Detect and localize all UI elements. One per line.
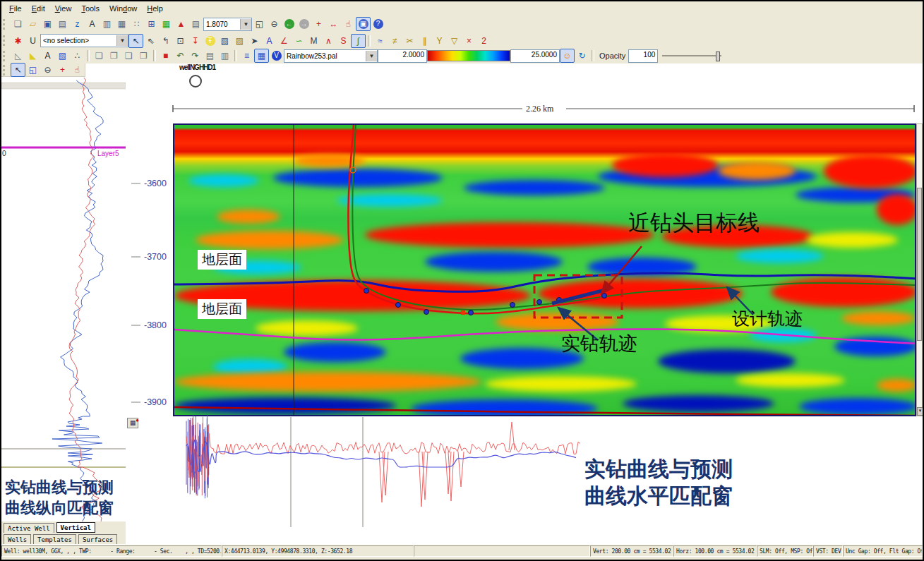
fit-screen-icon[interactable]: +	[311, 17, 326, 31]
export-z-icon[interactable]: z	[70, 17, 85, 31]
section-panels-icon[interactable]: ▦	[114, 17, 129, 31]
flatten-t-icon[interactable]: ≠	[388, 34, 402, 48]
new-document-icon[interactable]: ❏	[11, 17, 25, 31]
pan-hand-icon[interactable]: ☝	[70, 63, 85, 77]
dropdown-arrow-icon[interactable]: ▼	[116, 35, 128, 46]
angle-tool-icon[interactable]: ∠	[277, 34, 292, 48]
drop-pick-icon[interactable]: ↧	[188, 34, 203, 48]
fill-pattern-icon[interactable]: ▧	[55, 49, 70, 63]
window-select-icon[interactable]: ⊡	[173, 34, 188, 48]
dropdown-arrow-icon[interactable]: ▼	[240, 19, 251, 30]
hatch-icon[interactable]: ∥	[417, 34, 432, 48]
tab-surfaces[interactable]: Surfaces	[78, 534, 117, 544]
select-arrow-icon[interactable]: ↖	[128, 34, 143, 48]
spreadsheet-icon[interactable]: ▤	[188, 17, 203, 31]
scissors-icon[interactable]: ✂	[402, 34, 417, 48]
undo-u-icon[interactable]: U	[25, 34, 40, 48]
zoom-out-icon[interactable]: ⊖	[267, 17, 282, 31]
tab-wells[interactable]: Wells	[4, 534, 31, 544]
seismic-image[interactable]: 地层面 地层面 近钻头目标线 实钻轨迹 设计轨迹	[173, 123, 916, 416]
snap-star-icon[interactable]: ✱	[11, 34, 25, 48]
flatten-icon[interactable]: Ŧ	[203, 34, 217, 48]
range-max-field[interactable]: 25.0000	[510, 49, 560, 63]
refresh-icon[interactable]: ↻	[575, 49, 589, 63]
well-correlation-icon[interactable]: ▥	[100, 17, 114, 31]
back-icon[interactable]: ←	[282, 17, 296, 31]
grid-icon[interactable]: ⊞	[144, 17, 159, 31]
interpolate-person-icon[interactable]: ☺	[560, 49, 575, 63]
copy-shape-icon[interactable]: ❏	[92, 49, 107, 63]
menu-tools[interactable]: Tools	[76, 3, 104, 14]
pick-move-icon[interactable]: ↰	[158, 34, 173, 48]
menu-edit[interactable]: Edit	[27, 3, 50, 14]
list-icon[interactable]: ≡	[239, 49, 254, 63]
tab-templates[interactable]: Templates	[33, 534, 76, 544]
doc-rotate-icon[interactable]: ▧	[217, 34, 232, 48]
scrollbar-thumb[interactable]	[917, 188, 922, 341]
triangle-white-icon[interactable]: ◺	[11, 49, 25, 63]
v-colorbar-icon[interactable]: V	[269, 49, 284, 63]
zoom-window-icon[interactable]: ◱	[25, 63, 40, 77]
fit-width-icon[interactable]: ↔	[326, 17, 341, 31]
export-2-icon[interactable]: 2	[476, 34, 491, 48]
forward-icon[interactable]: →	[296, 17, 311, 31]
well-section-icon[interactable]: ▲	[174, 17, 188, 31]
paste-special-icon[interactable]: ▥	[217, 49, 232, 63]
stop-icon[interactable]: ■	[158, 49, 173, 63]
copy-group-icon[interactable]: ❐	[107, 49, 121, 63]
selection-combo[interactable]: <no selection>▼	[40, 34, 128, 47]
move-cross-icon[interactable]: +	[55, 63, 70, 77]
scale-combo[interactable]: 1.8070▼	[203, 18, 252, 31]
back-icon: ←	[284, 19, 294, 29]
vertical-scrollbar[interactable]: ▼	[916, 123, 923, 416]
edit-points-icon[interactable]: ⇖	[143, 34, 158, 48]
copy-back-icon[interactable]: ❒	[136, 49, 151, 63]
palette-combo[interactable]: Rainbow253.pal▼	[284, 49, 378, 63]
print-icon[interactable]: ▤	[55, 17, 70, 31]
delete-x-icon[interactable]: ×	[462, 34, 476, 48]
screen-capture-icon[interactable]: ▣	[356, 17, 371, 31]
save-icon[interactable]: ▣	[40, 17, 55, 31]
horizontal-panel-settings-icon[interactable]: ▦●	[127, 418, 138, 428]
zoom-out-icon[interactable]: ⊖	[40, 63, 55, 77]
redo-icon[interactable]: ↷	[188, 49, 203, 63]
label-a-icon[interactable]: A	[262, 34, 277, 48]
doc-rotate2-icon[interactable]: ▨	[232, 34, 247, 48]
opacity-field[interactable]: 100	[628, 49, 658, 63]
menu-view[interactable]: View	[50, 3, 77, 14]
crossplot-icon[interactable]: ∷	[129, 17, 144, 31]
tab-vertical[interactable]: Vertical	[56, 522, 95, 533]
text-a-icon[interactable]: A	[40, 49, 55, 63]
well-path-icon[interactable]: M	[306, 34, 321, 48]
node-path-icon[interactable]: ∴	[70, 49, 85, 63]
copy-front-icon[interactable]: ❑	[121, 49, 136, 63]
trapezoid-icon[interactable]: ▽	[447, 34, 462, 48]
dropdown-arrow-icon[interactable]: ▼	[366, 51, 377, 61]
triangle-yellow-icon[interactable]: ◣	[25, 49, 40, 63]
opacity-slider[interactable]	[662, 51, 721, 61]
caption-line1: 实钻曲线与预测	[5, 477, 114, 497]
help-icon[interactable]: ?	[371, 17, 385, 31]
undo-icon[interactable]: ↶	[173, 49, 188, 63]
menu-file[interactable]: File	[4, 3, 27, 14]
curve-tool-icon[interactable]: ∽	[292, 34, 306, 48]
arrow-pick-icon[interactable]: ➤	[247, 34, 262, 48]
menu-window[interactable]: Window	[104, 3, 142, 14]
select-arrow-icon[interactable]: ↖	[11, 63, 25, 77]
fork-pick-icon[interactable]: Y	[432, 34, 447, 48]
pan-hand-icon[interactable]: ☝	[341, 17, 356, 31]
range-min-field[interactable]: 2.0000	[378, 49, 427, 63]
polyline-icon[interactable]: ∧	[321, 34, 336, 48]
palette-icon[interactable]: ▦	[254, 49, 269, 63]
map-view-icon[interactable]: ▦	[159, 17, 174, 31]
s-curve-icon[interactable]: S	[336, 34, 351, 48]
wavy-correlate-icon[interactable]: ≈	[373, 34, 388, 48]
tab-active-well[interactable]: Active Well	[4, 523, 54, 533]
scrollbar-down-button[interactable]: ▼	[917, 407, 923, 416]
menu-help[interactable]: Help	[142, 3, 168, 14]
annotation-a-icon[interactable]: A	[85, 17, 100, 31]
open-folder-icon[interactable]: ▱	[25, 17, 40, 31]
paste-icon[interactable]: ▤	[203, 49, 217, 63]
zoom-window-icon[interactable]: ◱	[252, 17, 267, 31]
log-curve-icon[interactable]: ∫	[351, 34, 366, 48]
